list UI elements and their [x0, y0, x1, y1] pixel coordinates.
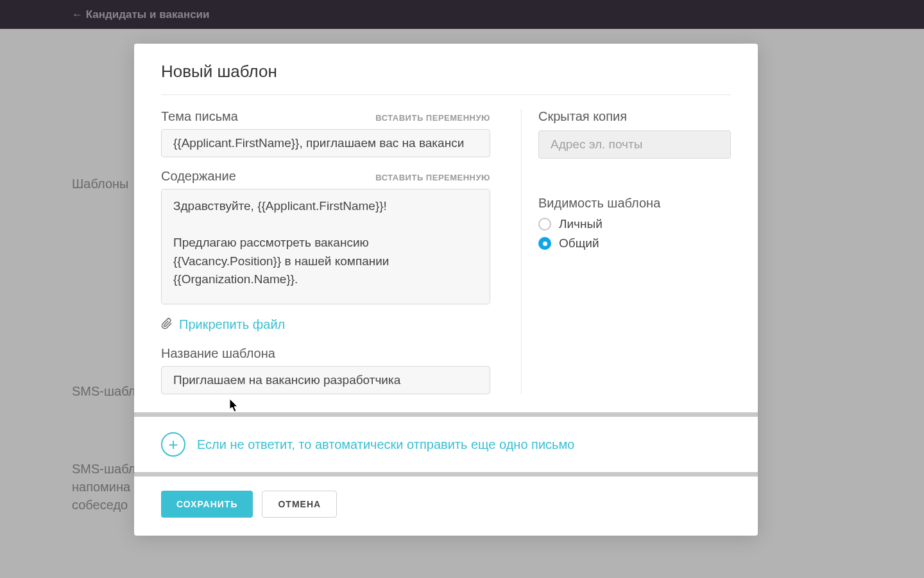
content-label: Содержание: [161, 169, 236, 184]
template-modal: Новый шаблон Тема письма ВСТАВИТЬ ПЕРЕМЕ…: [134, 44, 758, 536]
content-label-row: Содержание ВСТАВИТЬ ПЕРЕМЕННУЮ: [161, 169, 490, 184]
section-divider: [134, 412, 758, 417]
save-button[interactable]: СОХРАНИТЬ: [161, 491, 253, 518]
left-column: Тема письма ВСТАВИТЬ ПЕРЕМЕННУЮ Содержан…: [161, 109, 522, 394]
template-name-label: Название шаблона: [161, 346, 275, 361]
radio-label-personal: Личный: [559, 217, 603, 231]
subject-label-row: Тема письма ВСТАВИТЬ ПЕРЕМЕННУЮ: [161, 109, 490, 124]
modal-title: Новый шаблон: [161, 62, 731, 82]
paperclip-icon: [161, 318, 173, 332]
content-textarea[interactable]: [161, 189, 490, 304]
modal-overlay: Новый шаблон Тема письма ВСТАВИТЬ ПЕРЕМЕ…: [0, 0, 924, 578]
modal-footer: СОХРАНИТЬ ОТМЕНА: [134, 477, 758, 536]
insert-variable-subject[interactable]: ВСТАВИТЬ ПЕРЕМЕННУЮ: [375, 113, 490, 123]
add-followup-row[interactable]: + Если не ответит, то автоматически отпр…: [134, 417, 758, 472]
template-name-label-row: Название шаблона: [161, 346, 490, 361]
subject-input[interactable]: [161, 129, 490, 157]
plus-icon[interactable]: +: [161, 432, 185, 457]
radio-shared[interactable]: Общий: [538, 236, 731, 250]
bcc-label: Скрытая копия: [538, 109, 731, 124]
radio-dot: [543, 241, 547, 246]
attach-file-row[interactable]: Прикрепить файл: [161, 317, 490, 332]
visibility-section: Видимость шаблона Личный Общий: [538, 196, 731, 250]
modal-body: Тема письма ВСТАВИТЬ ПЕРЕМЕННУЮ Содержан…: [134, 95, 758, 412]
modal-header: Новый шаблон: [134, 44, 758, 94]
radio-label-shared: Общий: [559, 236, 599, 250]
template-name-input[interactable]: [161, 366, 490, 394]
radio-circle-shared: [538, 237, 551, 250]
subject-label: Тема письма: [161, 109, 238, 124]
insert-variable-content[interactable]: ВСТАВИТЬ ПЕРЕМЕННУЮ: [375, 173, 490, 182]
cancel-button[interactable]: ОТМЕНА: [262, 491, 337, 518]
right-column: Скрытая копия Видимость шаблона Личный О…: [522, 109, 731, 394]
radio-personal[interactable]: Личный: [538, 217, 731, 231]
bcc-input[interactable]: [538, 130, 731, 159]
radio-circle-personal: [538, 218, 551, 231]
followup-label[interactable]: Если не ответит, то автоматически отправ…: [197, 437, 574, 452]
section-divider-2: [134, 472, 758, 477]
attach-file-link[interactable]: Прикрепить файл: [179, 317, 285, 332]
visibility-label: Видимость шаблона: [538, 196, 731, 211]
